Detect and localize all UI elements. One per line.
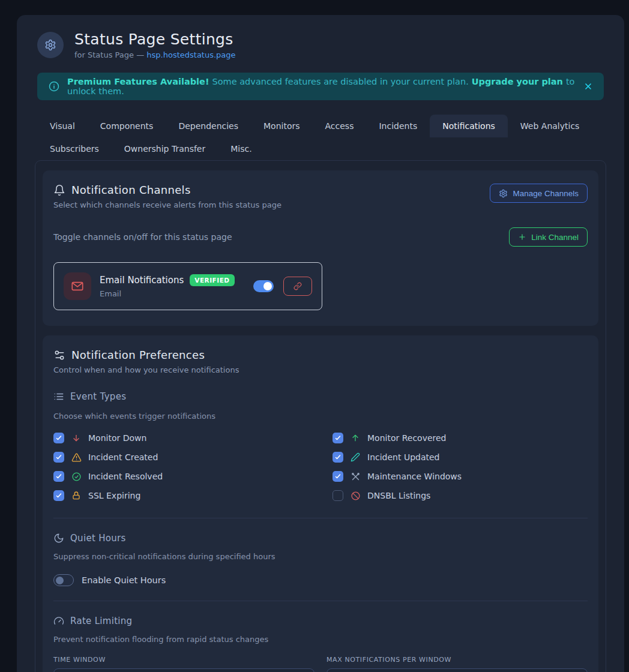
sliders-icon bbox=[53, 349, 65, 361]
envelope-icon bbox=[71, 280, 84, 293]
gauge-icon bbox=[53, 616, 64, 626]
notification-preferences-card: Notification Preferences Control when an… bbox=[43, 335, 598, 672]
bell-icon bbox=[53, 184, 65, 196]
event-label: Incident Created bbox=[88, 452, 158, 462]
tab-web-analytics[interactable]: Web Analytics bbox=[508, 115, 592, 137]
maintenance-windows-checkbox[interactable] bbox=[333, 471, 343, 482]
status-page-link[interactable]: hsp.hostedstatus.page bbox=[146, 50, 235, 59]
tab-notifications[interactable]: Notifications bbox=[430, 115, 508, 137]
premium-banner: Premium Features Available!Some advanced… bbox=[37, 73, 604, 100]
event-types-heading: Event Types bbox=[53, 391, 588, 402]
incident-updated-checkbox[interactable] bbox=[333, 452, 343, 463]
event-label: Maintenance Windows bbox=[367, 472, 462, 481]
subtitle-prefix: for Status Page — bbox=[74, 50, 146, 59]
event-monitor-recovered: Monitor Recovered bbox=[333, 431, 588, 445]
tab-access[interactable]: Access bbox=[313, 115, 367, 137]
event-incident-updated: Incident Updated bbox=[333, 451, 588, 464]
page-header: Status Page Settings for Status Page — h… bbox=[37, 31, 612, 59]
monitor-down-icon bbox=[71, 433, 82, 443]
tab-incidents[interactable]: Incidents bbox=[366, 115, 430, 137]
preferences-card-title: Notification Preferences bbox=[71, 349, 205, 361]
tab-misc[interactable]: Misc. bbox=[218, 137, 264, 160]
tab-subscribers[interactable]: Subscribers bbox=[37, 137, 112, 160]
tab-visual[interactable]: Visual bbox=[37, 115, 88, 137]
event-label: Incident Resolved bbox=[88, 472, 163, 481]
section-divider bbox=[53, 601, 588, 601]
channels-card-subtitle: Select which channels receive alerts fro… bbox=[53, 200, 281, 209]
rate-limiting-title: Rate Limiting bbox=[70, 616, 132, 626]
banner-message: Some advanced features are disabled in y… bbox=[212, 77, 469, 86]
manage-channels-label: Manage Channels bbox=[513, 189, 579, 198]
event-types-title: Event Types bbox=[70, 391, 126, 402]
link-channel-button[interactable]: Link Channel bbox=[509, 227, 588, 247]
event-label: DNSBL Listings bbox=[367, 491, 430, 500]
gear-icon bbox=[499, 189, 508, 198]
email-channel-tile bbox=[64, 272, 91, 300]
event-label: Monitor Down bbox=[88, 433, 146, 443]
banner-title: Premium Features Available! bbox=[67, 77, 209, 86]
rate-limiting-subtitle: Prevent notification flooding from rapid… bbox=[53, 635, 588, 644]
time-window-label: TIME WINDOW bbox=[53, 656, 314, 664]
quiet-hours-subtitle: Suppress non-critical notifications duri… bbox=[53, 552, 588, 561]
tab-components[interactable]: Components bbox=[88, 115, 166, 137]
event-maintenance-windows: Maintenance Windows bbox=[333, 470, 588, 483]
time-window-select[interactable]: 15 minutes bbox=[53, 668, 314, 672]
tab-monitors[interactable]: Monitors bbox=[251, 115, 313, 137]
monitor-recovered-icon bbox=[350, 433, 361, 443]
page-title: Status Page Settings bbox=[74, 31, 236, 48]
toggle-channels-hint: Toggle channels on/off for this status p… bbox=[53, 232, 232, 242]
event-ssl-expiring: SSL Expiring bbox=[53, 489, 308, 502]
link-channel-label: Link Channel bbox=[531, 233, 579, 242]
banner-close-icon[interactable] bbox=[583, 82, 593, 91]
event-incident-created: Incident Created bbox=[53, 451, 308, 464]
notifications-tab-content: Notification Channels Select which chann… bbox=[35, 160, 606, 672]
email-channel-toggle[interactable] bbox=[253, 280, 274, 292]
preferences-card-title-row: Notification Preferences bbox=[53, 349, 588, 361]
notification-channels-card: Notification Channels Select which chann… bbox=[43, 170, 598, 326]
banner-text: Premium Features Available!Some advanced… bbox=[67, 77, 576, 96]
channels-card-title: Notification Channels bbox=[71, 184, 191, 196]
plus-icon bbox=[518, 233, 526, 241]
upgrade-plan-link[interactable]: Upgrade your plan bbox=[472, 77, 563, 86]
settings-panel: Status Page Settings for Status Page — h… bbox=[17, 15, 624, 672]
tab-dependencies[interactable]: Dependencies bbox=[166, 115, 251, 137]
verified-badge: VERIFIED bbox=[190, 274, 234, 286]
section-divider bbox=[53, 518, 588, 518]
incident-created-checkbox[interactable] bbox=[53, 452, 64, 463]
dnsbl-listings-checkbox[interactable] bbox=[333, 490, 343, 501]
channel-name: Email Notifications bbox=[100, 275, 184, 286]
monitor-recovered-checkbox[interactable] bbox=[333, 433, 343, 443]
quiet-hours-toggle-label: Enable Quiet Hours bbox=[82, 575, 166, 585]
rate-limiting-heading: Rate Limiting bbox=[53, 616, 588, 626]
event-incident-resolved: Incident Resolved bbox=[53, 470, 308, 483]
event-label: Incident Updated bbox=[367, 452, 440, 462]
preferences-card-subtitle: Control when and how you receive notific… bbox=[53, 365, 588, 374]
info-icon bbox=[48, 80, 60, 92]
quiet-hours-toggle[interactable] bbox=[53, 574, 74, 586]
ssl-expiring-checkbox[interactable] bbox=[53, 490, 64, 501]
email-channel-row: Email Notifications VERIFIED Email bbox=[53, 262, 322, 310]
list-icon bbox=[53, 391, 64, 402]
incident-updated-icon bbox=[350, 452, 361, 462]
quiet-hours-title: Quiet Hours bbox=[70, 533, 126, 544]
moon-icon bbox=[53, 533, 64, 544]
manage-channels-button[interactable]: Manage Channels bbox=[490, 184, 588, 203]
gear-icon bbox=[44, 39, 56, 51]
page-subtitle: for Status Page — hsp.hostedstatus.page bbox=[74, 50, 236, 59]
incident-resolved-checkbox[interactable] bbox=[53, 471, 64, 482]
channel-link-button[interactable] bbox=[283, 277, 312, 296]
monitor-down-checkbox[interactable] bbox=[53, 433, 64, 443]
event-monitor-down: Monitor Down bbox=[53, 431, 308, 445]
max-notifications-label: MAX NOTIFICATIONS PER WINDOW bbox=[327, 656, 588, 664]
tab-ownership-transfer[interactable]: Ownership Transfer bbox=[112, 137, 218, 160]
maintenance-tools-icon bbox=[350, 472, 361, 482]
event-types-grid: Monitor Down Monitor Recovered Incident … bbox=[53, 431, 588, 502]
quiet-hours-heading: Quiet Hours bbox=[53, 533, 588, 544]
event-label: Monitor Recovered bbox=[367, 433, 447, 443]
channels-card-title-row: Notification Channels bbox=[53, 184, 281, 196]
settings-gear-badge bbox=[37, 32, 64, 58]
event-dnsbl-listings: DNSBL Listings bbox=[333, 489, 588, 502]
channel-type: Email bbox=[100, 289, 235, 298]
incident-resolved-icon bbox=[71, 472, 82, 482]
ssl-lock-icon bbox=[71, 491, 82, 500]
